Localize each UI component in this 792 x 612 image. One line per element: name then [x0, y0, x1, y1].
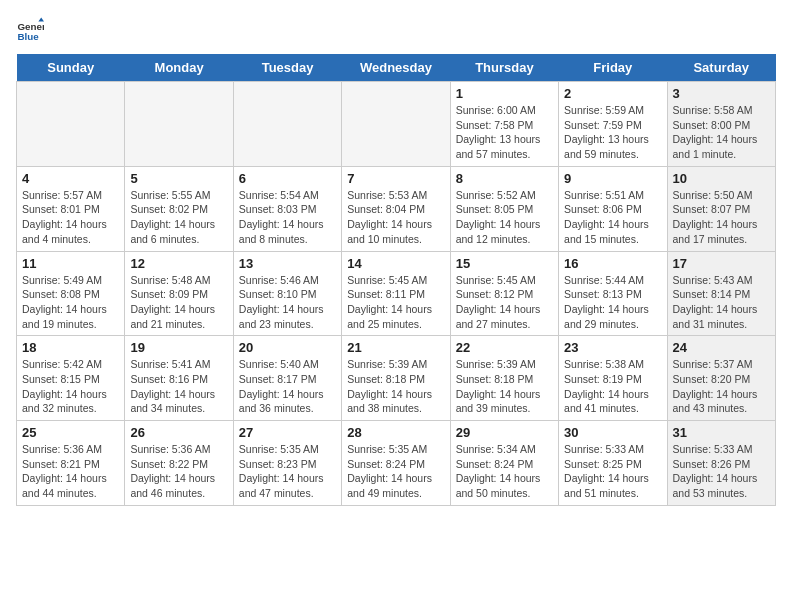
- day-number: 3: [673, 86, 770, 101]
- day-info: Sunrise: 5:50 AM Sunset: 8:07 PM Dayligh…: [673, 188, 770, 247]
- day-number: 20: [239, 340, 336, 355]
- day-header-sunday: Sunday: [17, 54, 125, 82]
- day-info: Sunrise: 5:53 AM Sunset: 8:04 PM Dayligh…: [347, 188, 444, 247]
- day-info: Sunrise: 5:48 AM Sunset: 8:09 PM Dayligh…: [130, 273, 227, 332]
- day-info: Sunrise: 5:43 AM Sunset: 8:14 PM Dayligh…: [673, 273, 770, 332]
- calendar-cell: 2Sunrise: 5:59 AM Sunset: 7:59 PM Daylig…: [559, 82, 667, 167]
- day-number: 6: [239, 171, 336, 186]
- day-info: Sunrise: 5:42 AM Sunset: 8:15 PM Dayligh…: [22, 357, 119, 416]
- day-info: Sunrise: 5:39 AM Sunset: 8:18 PM Dayligh…: [456, 357, 553, 416]
- svg-marker-2: [38, 17, 44, 21]
- day-info: Sunrise: 5:55 AM Sunset: 8:02 PM Dayligh…: [130, 188, 227, 247]
- day-info: Sunrise: 5:46 AM Sunset: 8:10 PM Dayligh…: [239, 273, 336, 332]
- calendar-cell: 18Sunrise: 5:42 AM Sunset: 8:15 PM Dayli…: [17, 336, 125, 421]
- day-info: Sunrise: 5:44 AM Sunset: 8:13 PM Dayligh…: [564, 273, 661, 332]
- calendar-cell: 3Sunrise: 5:58 AM Sunset: 8:00 PM Daylig…: [667, 82, 775, 167]
- day-info: Sunrise: 5:39 AM Sunset: 8:18 PM Dayligh…: [347, 357, 444, 416]
- day-number: 4: [22, 171, 119, 186]
- calendar-cell: 23Sunrise: 5:38 AM Sunset: 8:19 PM Dayli…: [559, 336, 667, 421]
- calendar-cell: 30Sunrise: 5:33 AM Sunset: 8:25 PM Dayli…: [559, 421, 667, 506]
- day-info: Sunrise: 5:38 AM Sunset: 8:19 PM Dayligh…: [564, 357, 661, 416]
- calendar-cell: 10Sunrise: 5:50 AM Sunset: 8:07 PM Dayli…: [667, 166, 775, 251]
- day-header-monday: Monday: [125, 54, 233, 82]
- svg-text:Blue: Blue: [17, 31, 39, 42]
- day-header-saturday: Saturday: [667, 54, 775, 82]
- days-of-week-row: SundayMondayTuesdayWednesdayThursdayFrid…: [17, 54, 776, 82]
- day-number: 30: [564, 425, 661, 440]
- day-info: Sunrise: 5:49 AM Sunset: 8:08 PM Dayligh…: [22, 273, 119, 332]
- day-info: Sunrise: 5:40 AM Sunset: 8:17 PM Dayligh…: [239, 357, 336, 416]
- calendar-cell: 21Sunrise: 5:39 AM Sunset: 8:18 PM Dayli…: [342, 336, 450, 421]
- day-info: Sunrise: 5:51 AM Sunset: 8:06 PM Dayligh…: [564, 188, 661, 247]
- week-row-5: 25Sunrise: 5:36 AM Sunset: 8:21 PM Dayli…: [17, 421, 776, 506]
- day-number: 27: [239, 425, 336, 440]
- day-number: 2: [564, 86, 661, 101]
- calendar-cell: 4Sunrise: 5:57 AM Sunset: 8:01 PM Daylig…: [17, 166, 125, 251]
- day-number: 19: [130, 340, 227, 355]
- calendar-cell: 16Sunrise: 5:44 AM Sunset: 8:13 PM Dayli…: [559, 251, 667, 336]
- week-row-4: 18Sunrise: 5:42 AM Sunset: 8:15 PM Dayli…: [17, 336, 776, 421]
- day-number: 7: [347, 171, 444, 186]
- calendar-cell: 25Sunrise: 5:36 AM Sunset: 8:21 PM Dayli…: [17, 421, 125, 506]
- day-info: Sunrise: 5:57 AM Sunset: 8:01 PM Dayligh…: [22, 188, 119, 247]
- calendar-cell: 20Sunrise: 5:40 AM Sunset: 8:17 PM Dayli…: [233, 336, 341, 421]
- calendar-cell: 5Sunrise: 5:55 AM Sunset: 8:02 PM Daylig…: [125, 166, 233, 251]
- day-number: 16: [564, 256, 661, 271]
- day-info: Sunrise: 5:35 AM Sunset: 8:23 PM Dayligh…: [239, 442, 336, 501]
- calendar-cell: 15Sunrise: 5:45 AM Sunset: 8:12 PM Dayli…: [450, 251, 558, 336]
- day-info: Sunrise: 5:35 AM Sunset: 8:24 PM Dayligh…: [347, 442, 444, 501]
- calendar-table: SundayMondayTuesdayWednesdayThursdayFrid…: [16, 54, 776, 506]
- day-info: Sunrise: 5:45 AM Sunset: 8:11 PM Dayligh…: [347, 273, 444, 332]
- day-info: Sunrise: 6:00 AM Sunset: 7:58 PM Dayligh…: [456, 103, 553, 162]
- calendar-cell: [233, 82, 341, 167]
- calendar-body: 1Sunrise: 6:00 AM Sunset: 7:58 PM Daylig…: [17, 82, 776, 506]
- week-row-3: 11Sunrise: 5:49 AM Sunset: 8:08 PM Dayli…: [17, 251, 776, 336]
- calendar-cell: 9Sunrise: 5:51 AM Sunset: 8:06 PM Daylig…: [559, 166, 667, 251]
- calendar-cell: 8Sunrise: 5:52 AM Sunset: 8:05 PM Daylig…: [450, 166, 558, 251]
- day-header-friday: Friday: [559, 54, 667, 82]
- day-number: 13: [239, 256, 336, 271]
- day-number: 25: [22, 425, 119, 440]
- day-number: 12: [130, 256, 227, 271]
- day-number: 1: [456, 86, 553, 101]
- logo: General Blue: [16, 16, 48, 44]
- day-header-tuesday: Tuesday: [233, 54, 341, 82]
- day-info: Sunrise: 5:58 AM Sunset: 8:00 PM Dayligh…: [673, 103, 770, 162]
- day-number: 15: [456, 256, 553, 271]
- day-info: Sunrise: 5:33 AM Sunset: 8:26 PM Dayligh…: [673, 442, 770, 501]
- day-number: 22: [456, 340, 553, 355]
- day-number: 21: [347, 340, 444, 355]
- calendar-cell: 27Sunrise: 5:35 AM Sunset: 8:23 PM Dayli…: [233, 421, 341, 506]
- day-info: Sunrise: 5:36 AM Sunset: 8:21 PM Dayligh…: [22, 442, 119, 501]
- calendar-cell: 28Sunrise: 5:35 AM Sunset: 8:24 PM Dayli…: [342, 421, 450, 506]
- calendar-cell: 1Sunrise: 6:00 AM Sunset: 7:58 PM Daylig…: [450, 82, 558, 167]
- calendar-header: SundayMondayTuesdayWednesdayThursdayFrid…: [17, 54, 776, 82]
- calendar-cell: [342, 82, 450, 167]
- calendar-cell: 14Sunrise: 5:45 AM Sunset: 8:11 PM Dayli…: [342, 251, 450, 336]
- week-row-1: 1Sunrise: 6:00 AM Sunset: 7:58 PM Daylig…: [17, 82, 776, 167]
- calendar-cell: 13Sunrise: 5:46 AM Sunset: 8:10 PM Dayli…: [233, 251, 341, 336]
- day-number: 11: [22, 256, 119, 271]
- day-info: Sunrise: 5:36 AM Sunset: 8:22 PM Dayligh…: [130, 442, 227, 501]
- day-number: 14: [347, 256, 444, 271]
- calendar-cell: 19Sunrise: 5:41 AM Sunset: 8:16 PM Dayli…: [125, 336, 233, 421]
- day-number: 18: [22, 340, 119, 355]
- day-number: 29: [456, 425, 553, 440]
- day-info: Sunrise: 5:34 AM Sunset: 8:24 PM Dayligh…: [456, 442, 553, 501]
- calendar-cell: 6Sunrise: 5:54 AM Sunset: 8:03 PM Daylig…: [233, 166, 341, 251]
- day-number: 28: [347, 425, 444, 440]
- day-info: Sunrise: 5:54 AM Sunset: 8:03 PM Dayligh…: [239, 188, 336, 247]
- calendar-cell: 11Sunrise: 5:49 AM Sunset: 8:08 PM Dayli…: [17, 251, 125, 336]
- day-info: Sunrise: 5:33 AM Sunset: 8:25 PM Dayligh…: [564, 442, 661, 501]
- day-number: 23: [564, 340, 661, 355]
- day-header-wednesday: Wednesday: [342, 54, 450, 82]
- logo-icon: General Blue: [16, 16, 44, 44]
- calendar-cell: 26Sunrise: 5:36 AM Sunset: 8:22 PM Dayli…: [125, 421, 233, 506]
- calendar-cell: [125, 82, 233, 167]
- calendar-cell: 31Sunrise: 5:33 AM Sunset: 8:26 PM Dayli…: [667, 421, 775, 506]
- header: General Blue: [16, 16, 776, 44]
- day-number: 31: [673, 425, 770, 440]
- day-number: 9: [564, 171, 661, 186]
- day-info: Sunrise: 5:37 AM Sunset: 8:20 PM Dayligh…: [673, 357, 770, 416]
- day-number: 24: [673, 340, 770, 355]
